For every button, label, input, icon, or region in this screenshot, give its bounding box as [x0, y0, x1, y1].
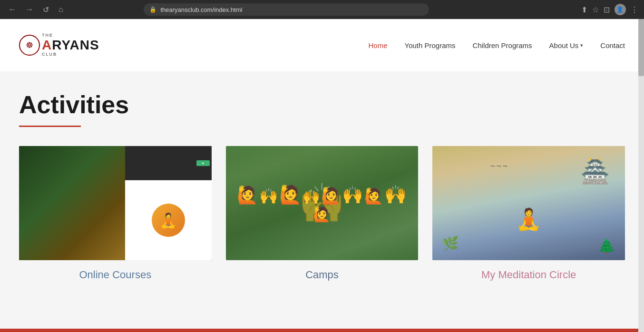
scrollbar[interactable] [638, 19, 644, 332]
logo[interactable]: ☸ THE ARYANS CLUB [19, 33, 99, 58]
url-text: thearyansclub.com/index.html [160, 6, 242, 13]
browser-chrome: ← → ↺ ⌂ 🔒 thearyansclub.com/index.html ⬆… [0, 0, 644, 19]
activity-label-camps: Camps [305, 269, 339, 281]
main-content: Activities ● 🧘 Online Courses [0, 71, 644, 329]
nav-about-us[interactable]: About Us ▾ [549, 41, 584, 49]
site-header: ☸ THE ARYANS CLUB Home Youth Programs Ch… [0, 19, 644, 71]
right-panel: ● 🧘 [125, 146, 212, 260]
activity-image-online-courses: ● 🧘 [19, 146, 212, 260]
activity-label-online-courses: Online Courses [79, 269, 152, 281]
scrollbar-thumb[interactable] [638, 19, 644, 76]
video-top-bar: ● [125, 146, 212, 180]
chevron-down-icon: ▾ [580, 42, 583, 49]
video-content: 🧘 [125, 180, 212, 260]
logo-red-letter: A [42, 38, 52, 52]
back-button[interactable]: ← [6, 3, 19, 16]
nav-children-programs[interactable]: Children Programs [473, 41, 532, 49]
menu-button[interactable]: ⋮ [631, 5, 638, 14]
forward-button[interactable]: → [23, 3, 36, 16]
logo-symbol: ☸ [26, 40, 33, 50]
activities-grid: ● 🧘 Online Courses 🙋 🙌 🙋 [19, 146, 625, 281]
bookmark-button[interactable]: ☆ [592, 5, 599, 14]
share-button[interactable]: ⬆ [581, 5, 587, 14]
title-underline [19, 126, 81, 127]
lock-icon: 🔒 [149, 6, 156, 13]
activity-label-meditation: My Meditation Circle [481, 269, 576, 281]
home-button[interactable]: ⌂ [56, 3, 66, 16]
monk-avatar: 🧘 [152, 204, 185, 237]
refresh-button[interactable]: ↺ [40, 3, 52, 16]
activity-card-camps[interactable]: 🙋 🙌 🙋 🙌 🙋 🙌 🙋 🙌 🙋 Camps [226, 146, 419, 281]
activity-image-meditation: 🏰 〜〜〜 🧘 🏯 🌲 🌿 [432, 146, 625, 260]
logo-dark-letters: RYANS [52, 38, 99, 52]
logo-icon: ☸ [19, 35, 40, 56]
site-nav: Home Youth Programs Children Programs Ab… [369, 41, 625, 49]
address-bar[interactable]: 🔒 thearyansclub.com/index.html [144, 3, 429, 16]
logo-club: CLUB [42, 52, 99, 57]
logo-text: THE ARYANS CLUB [42, 33, 99, 58]
tab-button[interactable]: ⊡ [604, 5, 610, 14]
activity-card-online-courses[interactable]: ● 🧘 Online Courses [19, 146, 212, 281]
left-panel [19, 146, 125, 260]
activity-card-meditation[interactable]: 🏰 〜〜〜 🧘 🏯 🌲 🌿 My Meditation Circle [432, 146, 625, 281]
nav-home[interactable]: Home [369, 41, 388, 49]
green-button: ● [196, 160, 210, 166]
logo-brand: ARYANS [42, 38, 99, 53]
nav-youth-programs[interactable]: Youth Programs [405, 41, 456, 49]
section-title: Activities [19, 90, 625, 119]
profile-avatar[interactable]: 👤 [615, 4, 626, 15]
nav-contact[interactable]: Contact [600, 41, 625, 49]
site-footer: Address Contact Us Useful Links [0, 329, 644, 332]
browser-actions: ⬆ ☆ ⊡ 👤 ⋮ [581, 4, 638, 15]
activity-image-camps: 🙋 🙌 🙋 🙌 🙋 🙌 🙋 🙌 🙋 [226, 146, 419, 260]
